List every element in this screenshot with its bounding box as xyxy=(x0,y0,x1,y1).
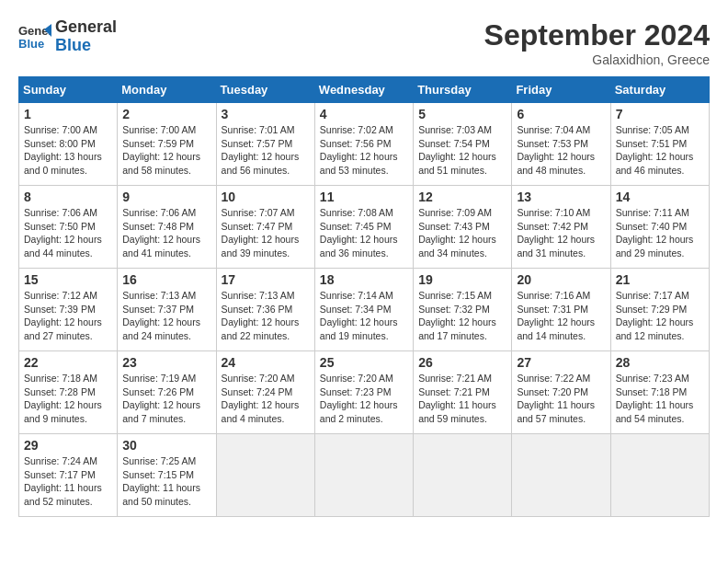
sunset-label: Sunset: 7:47 PM xyxy=(222,221,293,232)
week-row-2: 8 Sunrise: 7:06 AM Sunset: 7:50 PM Dayli… xyxy=(19,186,710,269)
daylight-label: Daylight: 12 hours and 51 minutes. xyxy=(418,151,496,176)
sunset-label: Sunset: 7:21 PM xyxy=(418,386,490,397)
day-info: Sunrise: 7:22 AM Sunset: 7:20 PM Dayligh… xyxy=(517,372,605,426)
day-info: Sunrise: 7:20 AM Sunset: 7:24 PM Dayligh… xyxy=(222,372,310,426)
column-header-friday: Friday xyxy=(512,77,610,103)
logo-icon: General Blue xyxy=(18,20,51,53)
page-header: General Blue General Blue September 2024… xyxy=(18,18,710,67)
day-number: 22 xyxy=(24,355,112,370)
daylight-label: Daylight: 11 hours and 50 minutes. xyxy=(122,482,200,507)
sunrise-label: Sunrise: 7:14 AM xyxy=(320,290,393,301)
day-info: Sunrise: 7:05 AM Sunset: 7:51 PM Dayligh… xyxy=(616,123,704,178)
sunrise-label: Sunrise: 7:01 AM xyxy=(222,124,295,135)
daylight-label: Daylight: 12 hours and 2 minutes. xyxy=(320,399,398,424)
day-info: Sunrise: 7:06 AM Sunset: 7:48 PM Dayligh… xyxy=(122,206,210,260)
daylight-label: Daylight: 12 hours and 29 minutes. xyxy=(616,234,694,259)
calendar-cell: 12 Sunrise: 7:09 AM Sunset: 7:43 PM Dayl… xyxy=(414,186,512,269)
day-info: Sunrise: 7:00 AM Sunset: 8:00 PM Dayligh… xyxy=(24,123,112,178)
day-number: 11 xyxy=(320,190,408,204)
calendar-table: SundayMondayTuesdayWednesdayThursdayFrid… xyxy=(18,76,710,517)
daylight-label: Daylight: 11 hours and 59 minutes. xyxy=(418,399,496,424)
day-info: Sunrise: 7:13 AM Sunset: 7:36 PM Dayligh… xyxy=(222,289,310,343)
calendar-cell: 17 Sunrise: 7:13 AM Sunset: 7:36 PM Dayl… xyxy=(216,269,314,351)
day-number: 21 xyxy=(616,272,704,287)
sunset-label: Sunset: 7:43 PM xyxy=(418,221,490,232)
day-number: 7 xyxy=(616,107,704,121)
day-number: 10 xyxy=(222,190,310,204)
logo: General Blue General Blue xyxy=(18,18,117,55)
daylight-label: Daylight: 12 hours and 48 minutes. xyxy=(517,151,595,176)
sunrise-label: Sunrise: 7:03 AM xyxy=(418,124,492,135)
daylight-label: Daylight: 12 hours and 24 minutes. xyxy=(122,316,200,341)
daylight-label: Daylight: 11 hours and 52 minutes. xyxy=(24,482,102,507)
day-number: 5 xyxy=(418,107,506,121)
day-number: 8 xyxy=(24,190,112,204)
sunset-label: Sunset: 7:31 PM xyxy=(517,304,588,315)
day-number: 16 xyxy=(122,272,210,287)
sunset-label: Sunset: 7:23 PM xyxy=(320,386,392,397)
calendar-cell: 26 Sunrise: 7:21 AM Sunset: 7:21 PM Dayl… xyxy=(414,351,512,434)
logo-text-line1: General xyxy=(55,18,117,37)
sunset-label: Sunset: 7:39 PM xyxy=(24,304,96,315)
daylight-label: Daylight: 12 hours and 27 minutes. xyxy=(24,316,102,341)
sunrise-label: Sunrise: 7:08 AM xyxy=(320,207,393,218)
sunset-label: Sunset: 7:32 PM xyxy=(418,304,490,315)
sunset-label: Sunset: 7:20 PM xyxy=(517,386,588,397)
calendar-cell: 29 Sunrise: 7:24 AM Sunset: 7:17 PM Dayl… xyxy=(19,434,118,517)
day-info: Sunrise: 7:20 AM Sunset: 7:23 PM Dayligh… xyxy=(320,372,408,426)
day-info: Sunrise: 7:06 AM Sunset: 7:50 PM Dayligh… xyxy=(24,206,112,260)
sunrise-label: Sunrise: 7:07 AM xyxy=(222,207,295,218)
daylight-label: Daylight: 12 hours and 19 minutes. xyxy=(320,316,398,341)
day-info: Sunrise: 7:24 AM Sunset: 7:17 PM Dayligh… xyxy=(24,454,112,509)
calendar-cell: 21 Sunrise: 7:17 AM Sunset: 7:29 PM Dayl… xyxy=(610,269,709,351)
sunrise-label: Sunrise: 7:20 AM xyxy=(320,373,393,384)
day-number: 28 xyxy=(616,355,704,370)
week-row-1: 1 Sunrise: 7:00 AM Sunset: 8:00 PM Dayli… xyxy=(19,103,710,186)
day-number: 15 xyxy=(24,272,112,287)
daylight-label: Daylight: 12 hours and 44 minutes. xyxy=(24,234,102,259)
sunrise-label: Sunrise: 7:00 AM xyxy=(122,124,196,135)
day-number: 3 xyxy=(222,107,310,121)
day-number: 23 xyxy=(122,355,210,370)
day-info: Sunrise: 7:16 AM Sunset: 7:31 PM Dayligh… xyxy=(517,289,605,343)
calendar-cell: 1 Sunrise: 7:00 AM Sunset: 8:00 PM Dayli… xyxy=(19,103,118,186)
sunrise-label: Sunrise: 7:15 AM xyxy=(418,290,492,301)
day-info: Sunrise: 7:21 AM Sunset: 7:21 PM Dayligh… xyxy=(418,372,506,426)
week-row-4: 22 Sunrise: 7:18 AM Sunset: 7:28 PM Dayl… xyxy=(19,351,710,434)
day-number: 24 xyxy=(222,355,310,370)
calendar-cell: 24 Sunrise: 7:20 AM Sunset: 7:24 PM Dayl… xyxy=(216,351,314,434)
sunrise-label: Sunrise: 7:02 AM xyxy=(320,124,393,135)
calendar-cell: 28 Sunrise: 7:23 AM Sunset: 7:18 PM Dayl… xyxy=(610,351,709,434)
calendar-cell: 3 Sunrise: 7:01 AM Sunset: 7:57 PM Dayli… xyxy=(216,103,314,186)
column-header-saturday: Saturday xyxy=(610,77,709,103)
day-info: Sunrise: 7:09 AM Sunset: 7:43 PM Dayligh… xyxy=(418,206,506,260)
sunrise-label: Sunrise: 7:25 AM xyxy=(122,455,196,466)
calendar-cell: 18 Sunrise: 7:14 AM Sunset: 7:34 PM Dayl… xyxy=(314,269,413,351)
day-number: 1 xyxy=(24,107,112,121)
column-header-tuesday: Tuesday xyxy=(216,77,314,103)
sunset-label: Sunset: 7:50 PM xyxy=(24,221,96,232)
sunrise-label: Sunrise: 7:20 AM xyxy=(222,373,295,384)
day-number: 17 xyxy=(222,272,310,287)
day-number: 9 xyxy=(122,190,210,204)
week-row-5: 29 Sunrise: 7:24 AM Sunset: 7:17 PM Dayl… xyxy=(19,434,710,517)
day-info: Sunrise: 7:19 AM Sunset: 7:26 PM Dayligh… xyxy=(122,372,210,426)
daylight-label: Daylight: 12 hours and 41 minutes. xyxy=(122,234,200,259)
sunset-label: Sunset: 7:36 PM xyxy=(222,304,293,315)
calendar-cell xyxy=(414,434,512,517)
calendar-cell: 30 Sunrise: 7:25 AM Sunset: 7:15 PM Dayl… xyxy=(118,434,216,517)
day-info: Sunrise: 7:13 AM Sunset: 7:37 PM Dayligh… xyxy=(122,289,210,343)
day-info: Sunrise: 7:02 AM Sunset: 7:56 PM Dayligh… xyxy=(320,123,408,178)
calendar-cell xyxy=(512,434,610,517)
daylight-label: Daylight: 12 hours and 17 minutes. xyxy=(418,316,496,341)
calendar-cell: 13 Sunrise: 7:10 AM Sunset: 7:42 PM Dayl… xyxy=(512,186,610,269)
sunset-label: Sunset: 7:17 PM xyxy=(24,469,96,480)
sunset-label: Sunset: 7:56 PM xyxy=(320,138,392,149)
calendar-cell xyxy=(216,434,314,517)
week-row-3: 15 Sunrise: 7:12 AM Sunset: 7:39 PM Dayl… xyxy=(19,269,710,351)
day-info: Sunrise: 7:07 AM Sunset: 7:47 PM Dayligh… xyxy=(222,206,310,260)
day-number: 20 xyxy=(517,272,605,287)
sunrise-label: Sunrise: 7:06 AM xyxy=(122,207,196,218)
column-header-thursday: Thursday xyxy=(414,77,512,103)
column-header-sunday: Sunday xyxy=(19,77,118,103)
